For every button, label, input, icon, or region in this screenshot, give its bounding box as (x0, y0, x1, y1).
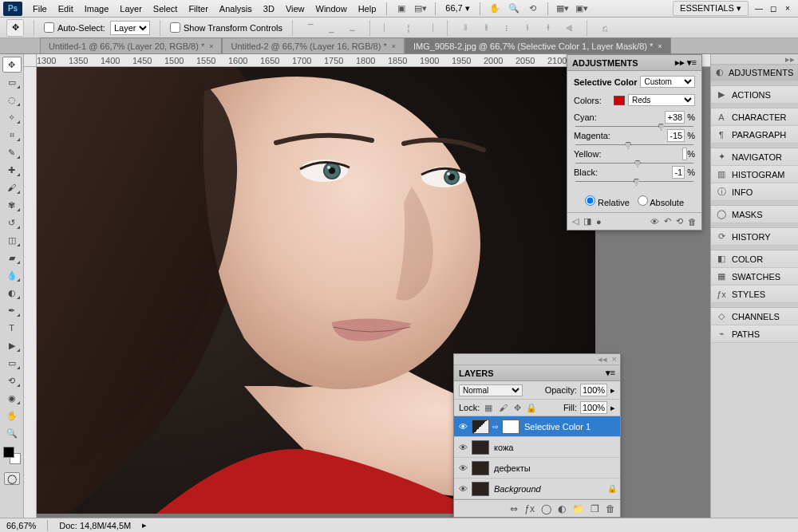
expand-view-icon[interactable]: ◨ (583, 216, 591, 227)
tool-gradient[interactable]: ▰ (2, 250, 22, 266)
auto-select-checkbox[interactable]: Auto-Select: (44, 22, 105, 33)
menu-3d[interactable]: 3D (258, 4, 280, 14)
dock-swatches[interactable]: ▦SWATCHES (711, 268, 798, 286)
layer-style-icon[interactable]: ƒx (524, 503, 535, 514)
slider-value[interactable]: -1 (672, 166, 685, 179)
align-vcenter-icon[interactable]: ⎯ (323, 20, 339, 36)
fill-value[interactable]: 100% (580, 401, 607, 414)
opacity-flyout-icon[interactable]: ▸ (610, 385, 615, 396)
tool-wand[interactable]: ✧ (2, 109, 22, 125)
menu-analysis[interactable]: Analysis (214, 4, 258, 14)
distribute-vcenter-icon[interactable]: ⫵ (478, 20, 494, 36)
distribute-hcenter-icon[interactable]: ⫳ (540, 20, 556, 36)
visibility-icon[interactable]: 👁 (457, 463, 468, 473)
colors-dropdown[interactable]: Reds (628, 94, 695, 106)
lock-all-icon[interactable]: 🔒 (526, 402, 537, 413)
menu-file[interactable]: File (27, 4, 53, 14)
rotate-view-icon[interactable]: ⟲ (526, 2, 540, 16)
delete-adjustment-icon[interactable]: 🗑 (688, 217, 697, 227)
tool-eraser[interactable]: ◫ (2, 232, 22, 248)
panel-header[interactable]: ADJUSTMENTS▸▸ ▾≡ (567, 55, 701, 71)
status-flyout-icon[interactable]: ▸ (142, 520, 147, 530)
quick-mask-icon[interactable]: ◯ (4, 472, 20, 485)
tool-brush[interactable]: 🖌 (2, 179, 22, 195)
hand-tool-icon[interactable]: ✋ (488, 2, 502, 16)
method-absolute[interactable]: Absolute (638, 195, 684, 207)
adjustment-preset[interactable]: Custom (640, 76, 695, 88)
menu-select[interactable]: Select (148, 4, 184, 14)
clip-to-layer-icon[interactable]: ● (596, 217, 602, 227)
dock-character[interactable]: ACHARACTER (711, 108, 798, 126)
slider-value[interactable]: -15 (667, 129, 685, 142)
tool-marquee[interactable]: ▭ (2, 74, 22, 90)
dock-history[interactable]: ⟳HISTORY (711, 228, 798, 246)
lock-pixels-icon[interactable]: 🖌 (497, 402, 508, 413)
adjustments-panel[interactable]: ADJUSTMENTS▸▸ ▾≡ Selective Color Custom … (567, 54, 702, 231)
tool-move[interactable]: ✥ (2, 57, 22, 73)
auto-align-icon[interactable]: ⎌ (597, 20, 613, 36)
tool-preset-icon[interactable]: ✥ (6, 19, 24, 37)
reset-icon[interactable]: ⟲ (676, 216, 683, 227)
panel-menu-icon[interactable]: ▾≡ (606, 368, 615, 378)
layer-group-icon[interactable]: 📁 (572, 503, 584, 514)
align-top-icon[interactable]: ⎺ (302, 20, 318, 36)
dock-paths[interactable]: ⌁PATHS (711, 325, 798, 343)
align-hcenter-icon[interactable]: ¦ (401, 20, 417, 36)
tool-shape[interactable]: ▭ (2, 355, 22, 371)
dock-masks[interactable]: ◯MASKS (711, 206, 798, 223)
view-extras-icon[interactable]: ▤▾ (413, 2, 428, 16)
layer-name[interactable]: дефекты (492, 463, 617, 473)
distribute-left-icon[interactable]: ⫲ (519, 20, 535, 36)
menu-layer[interactable]: Layer (114, 4, 148, 14)
document-tab[interactable]: Untitled-2 @ 66,7% (Layer 16, RGB/8) *× (222, 37, 404, 53)
menu-image[interactable]: Image (79, 4, 115, 14)
auto-select-target[interactable]: Layer (110, 21, 150, 35)
show-transform-checkbox[interactable]: Show Transform Controls (170, 22, 282, 33)
zoom-tool-icon[interactable]: 🔍 (507, 2, 521, 16)
layer-row[interactable]: 👁⇨Selective Color 1 (454, 416, 620, 437)
lock-position-icon[interactable]: ✥ (512, 402, 523, 413)
dock-navigator[interactable]: ✦NAVIGATOR (711, 148, 798, 166)
previous-state-icon[interactable]: ↶ (664, 216, 671, 227)
lock-transparency-icon[interactable]: ▦ (483, 402, 494, 413)
tool-type[interactable]: T (2, 320, 22, 336)
menu-help[interactable]: Help (353, 4, 382, 14)
distribute-bottom-icon[interactable]: ⫶ (499, 20, 515, 36)
visibility-icon[interactable]: 👁 (457, 443, 468, 452)
blend-mode-dropdown[interactable]: Normal (459, 384, 523, 396)
status-doc-info[interactable]: Doc: 14,8M/44,5M (59, 521, 131, 530)
tool-3d-orbit[interactable]: ◉ (2, 390, 22, 406)
panel-menu-icon[interactable]: ▾≡ (687, 57, 697, 68)
align-right-icon[interactable]: ⎹ (421, 20, 437, 36)
window-minimize-icon[interactable]: — (753, 3, 764, 14)
method-relative[interactable]: Relative (585, 195, 630, 207)
document-tab[interactable]: IMG_9058-2.jpg @ 66,7% (Selective Color … (405, 37, 671, 53)
menu-window[interactable]: Window (310, 4, 353, 14)
close-tab-icon[interactable]: × (209, 42, 213, 50)
slider-value[interactable]: +38 (665, 111, 685, 124)
dock-channels[interactable]: ◇CHANNELS (711, 308, 798, 325)
slider-track[interactable] (575, 178, 693, 186)
document-tab[interactable]: Untitled-1 @ 66,7% (Layer 20, RGB/8) *× (40, 37, 222, 53)
tool-path-select[interactable]: ▶ (2, 337, 22, 353)
return-to-list-icon[interactable]: ◁ (572, 216, 579, 227)
tool-history-brush[interactable]: ↺ (2, 215, 22, 231)
link-layers-icon[interactable]: ⇔ (510, 503, 518, 514)
visibility-icon[interactable]: 👁 (457, 422, 468, 432)
adjustment-layer-icon[interactable]: ◐ (558, 503, 566, 514)
close-tab-icon[interactable]: × (392, 42, 396, 50)
window-restore-icon[interactable]: ◻ (768, 3, 779, 14)
workspace-switcher[interactable]: ESSENTIALS ▾ (673, 1, 749, 16)
tool-pen[interactable]: ✒ (2, 302, 22, 318)
zoom-level-dropdown[interactable]: 66,7 ▾ (440, 3, 474, 14)
tool-crop[interactable]: ⌗ (2, 127, 22, 143)
layer-name[interactable]: Selective Color 1 (523, 422, 617, 432)
menu-filter[interactable]: Filter (183, 4, 213, 14)
tool-eyedropper[interactable]: ✎ (2, 144, 22, 160)
dock-histogram[interactable]: ▥HISTOGRAM (711, 166, 798, 183)
layer-row[interactable]: 👁дефекты (454, 458, 620, 479)
ruler-vertical[interactable] (24, 67, 37, 518)
close-tab-icon[interactable]: × (658, 42, 662, 50)
menu-edit[interactable]: Edit (53, 4, 79, 14)
fill-flyout-icon[interactable]: ▸ (610, 403, 615, 413)
